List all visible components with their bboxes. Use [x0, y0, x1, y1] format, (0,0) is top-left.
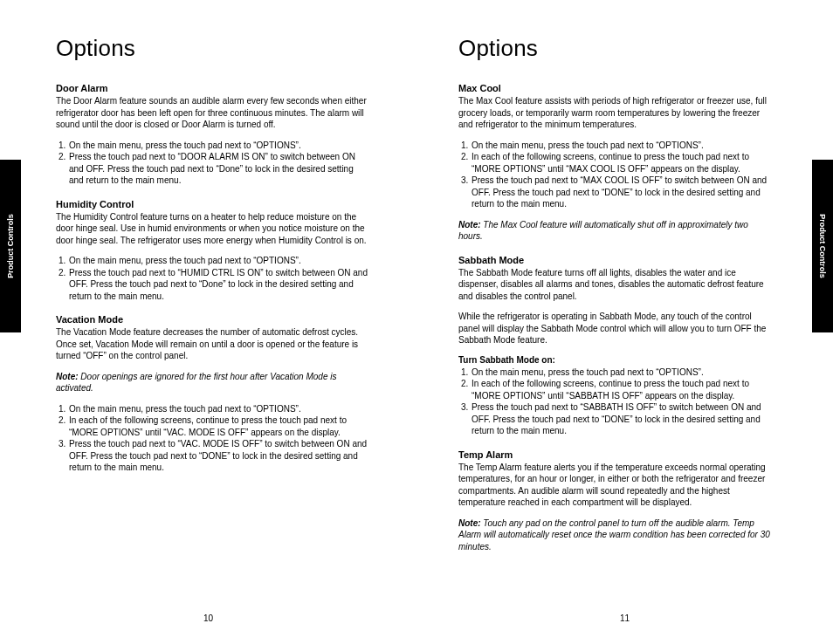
section-subhead: Turn Sabbath Mode on:: [458, 355, 773, 365]
step: On the main menu, press the touch pad ne…: [68, 403, 370, 415]
section-heading-humidity-control: Humidity Control: [56, 199, 370, 209]
section-heading-sabbath-mode: Sabbath Mode: [458, 255, 773, 265]
note-label: Note:: [458, 518, 481, 528]
section-steps: On the main menu, press the touch pad ne…: [56, 140, 370, 187]
page-left: Options Door Alarm The Door Alarm featur…: [0, 0, 416, 644]
section-note: Note: Door openings are ignored for the …: [56, 371, 370, 394]
section-heading-vacation-mode: Vacation Mode: [56, 314, 370, 325]
page-right: Options Max Cool The Max Cool feature as…: [416, 0, 833, 644]
step: On the main menu, press the touch pad ne…: [68, 140, 370, 152]
note-text: Door openings are ignored for the first …: [56, 372, 336, 394]
note-text: The Max Cool feature will automatically …: [458, 220, 748, 242]
step: On the main menu, press the touch pad ne…: [68, 255, 370, 267]
step: Press the touch pad next to “SABBATH IS …: [471, 401, 773, 437]
page-spread: Options Door Alarm The Door Alarm featur…: [0, 0, 833, 644]
note-label: Note:: [458, 220, 481, 230]
section-body: The Humidity Control feature turns on a …: [56, 211, 370, 247]
section-heading-max-cool: Max Cool: [458, 83, 773, 93]
section-steps: On the main menu, press the touch pad ne…: [56, 255, 370, 302]
section-body: The Temp Alarm feature alerts you if the…: [458, 462, 773, 509]
step: Press the touch pad next to “VAC. MODE I…: [68, 438, 370, 474]
note-text: Touch any pad on the control panel to tu…: [458, 518, 770, 552]
section-heading-door-alarm: Door Alarm: [56, 83, 370, 93]
step: Press the touch pad next to “DOOR ALARM …: [68, 151, 370, 187]
section-note: Note: The Max Cool feature will automati…: [458, 219, 773, 243]
section-body-2: While the refrigerator is operating in S…: [458, 311, 773, 346]
section-heading-temp-alarm: Temp Alarm: [458, 449, 773, 460]
section-body: The Vacation Mode feature decreases the …: [56, 326, 370, 362]
page-number-left: 10: [0, 613, 416, 623]
section-steps: On the main menu, press the touch pad ne…: [458, 367, 773, 437]
section-steps: On the main menu, press the touch pad ne…: [458, 140, 773, 210]
step: In each of the following screens, contin…: [471, 378, 773, 401]
note-label: Note:: [56, 372, 79, 381]
section-body: The Max Cool feature assists with period…: [458, 95, 773, 131]
section-body: The Door Alarm feature sounds an audible…: [56, 95, 370, 131]
step: On the main menu, press the touch pad ne…: [471, 367, 773, 379]
page-title-left: Options: [56, 35, 370, 62]
page-title-right: Options: [458, 35, 773, 62]
step: On the main menu, press the touch pad ne…: [471, 140, 773, 152]
section-steps: On the main menu, press the touch pad ne…: [56, 403, 370, 474]
step: In each of the following screens, contin…: [68, 414, 370, 438]
section-body: The Sabbath Mode feature turns off all l…: [458, 267, 773, 303]
section-note: Note: Touch any pad on the control panel…: [458, 517, 773, 553]
step: In each of the following screens, contin…: [471, 151, 773, 175]
step: Press the touch pad next to “HUMID CTRL …: [68, 267, 370, 303]
step: Press the touch pad next to “MAX COOL IS…: [471, 175, 773, 210]
page-number-right: 11: [416, 613, 833, 623]
